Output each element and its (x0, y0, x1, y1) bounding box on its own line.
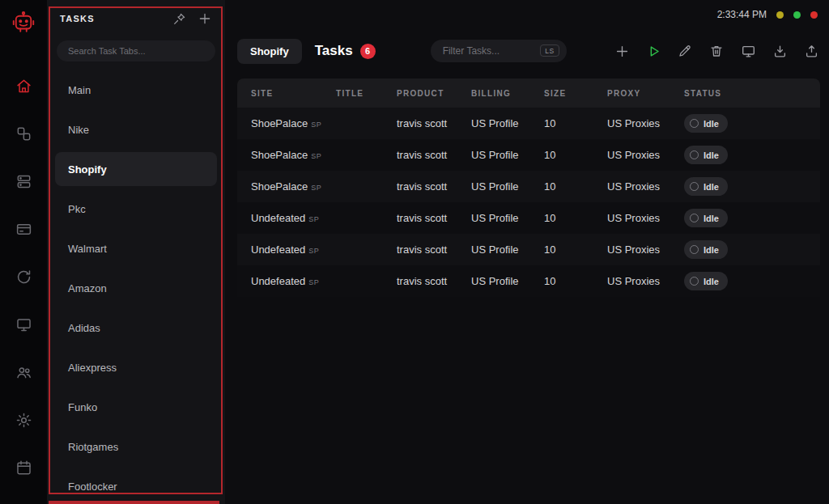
table-row[interactable]: UndefeatedSP travis scott US Profile 10 … (237, 265, 820, 297)
col-product: PRODUCT (397, 89, 471, 98)
green-dot-icon (793, 11, 801, 19)
cell-product: travis scott (397, 275, 471, 287)
task-tabs-sidebar: TASKS Main Nike Shopify Pkc Walmart Amaz… (47, 0, 225, 504)
sidebar-header: TASKS (47, 0, 225, 37)
sidebar-item-riotgames[interactable]: Riotgames (55, 430, 217, 464)
start-all-icon[interactable] (645, 43, 661, 59)
add-tab-icon[interactable] (198, 11, 212, 26)
status-badge[interactable]: Idle (684, 146, 728, 164)
sidebar-item-label: Shopify (68, 163, 107, 176)
accounts-icon[interactable] (15, 363, 32, 381)
sidebar-item-aliexpress[interactable]: Aliexpress (55, 350, 217, 384)
import-icon[interactable] (772, 43, 788, 59)
sidebar-item-label: Riotgames (68, 441, 118, 453)
filter-wrap: LS (431, 40, 567, 62)
cell-status: Idle (684, 272, 806, 290)
idle-circle-icon (690, 182, 699, 191)
task-tab-list: Main Nike Shopify Pkc Walmart Amazon Adi… (47, 73, 225, 503)
red-dot-icon (810, 11, 818, 19)
cell-billing: US Profile (471, 117, 544, 129)
sidebar-item-label: Pkc (68, 203, 86, 215)
cell-site: ShoePalaceSP (251, 180, 336, 193)
export-icon[interactable] (803, 43, 819, 59)
sidebar-item-shopify[interactable]: Shopify (55, 152, 217, 186)
sidebar-item-amazon[interactable]: Amazon (55, 271, 217, 305)
sidebar-item-pkc[interactable]: Pkc (55, 192, 217, 226)
site-tag: SP (311, 121, 321, 129)
tasks-table: SITE TITLE PRODUCT BILLING SIZE PROXY ST… (237, 78, 820, 297)
cell-proxy: US Proxies (607, 244, 684, 256)
sidebar-item-label: Footlocker (68, 481, 117, 493)
sidebar-item-adidas[interactable]: Adidas (55, 311, 217, 345)
cell-billing: US Profile (471, 244, 544, 256)
cell-size: 10 (544, 212, 607, 224)
billing-icon[interactable] (15, 220, 32, 238)
proxies-icon[interactable] (15, 172, 32, 190)
cell-product: travis scott (397, 212, 471, 224)
sidebar-item-label: Funko (68, 401, 97, 413)
schedule-icon[interactable] (15, 459, 32, 476)
status-badge[interactable]: Idle (684, 177, 728, 196)
add-task-icon[interactable] (614, 43, 630, 59)
sidebar-item-label: Aliexpress (68, 362, 117, 374)
cell-billing: US Profile (471, 212, 544, 224)
monitors-icon[interactable] (15, 316, 32, 333)
status-badge[interactable]: Idle (684, 209, 728, 227)
sidebar-item-nike[interactable]: Nike (55, 112, 217, 146)
sidebar-item-label: Amazon (68, 282, 107, 294)
cell-proxy: US Proxies (607, 180, 684, 193)
sidebar-item-walmart[interactable]: Walmart (55, 231, 217, 265)
task-count-badge: 6 (360, 44, 376, 59)
tasks-header: Shopify Tasks 6 LS (237, 37, 819, 65)
harvesters-icon[interactable] (15, 268, 32, 286)
table-row[interactable]: UndefeatedSP travis scott US Profile 10 … (237, 234, 820, 265)
table-row[interactable]: UndefeatedSP travis scott US Profile 10 … (237, 202, 820, 234)
table-row[interactable]: ShoePalaceSP travis scott US Profile 10 … (237, 108, 820, 139)
table-row[interactable]: ShoePalaceSP travis scott US Profile 10 … (237, 171, 820, 202)
col-size: SIZE (544, 89, 607, 98)
sidebar-item-funko[interactable]: Funko (55, 390, 217, 424)
settings-icon[interactable] (15, 411, 32, 429)
edit-icon[interactable] (677, 43, 693, 59)
page-title: Tasks (315, 43, 353, 59)
cell-size: 10 (544, 149, 607, 161)
monitor-icon[interactable] (740, 43, 756, 59)
pin-icon[interactable] (172, 11, 186, 26)
idle-circle-icon (690, 245, 699, 254)
app-window: TASKS Main Nike Shopify Pkc Walmart Amaz… (0, 0, 829, 504)
sidebar-item-label: Walmart (68, 243, 107, 255)
filter-shortcut-key: LS (540, 44, 559, 57)
cell-site: UndefeatedSP (251, 244, 336, 256)
home-icon[interactable] (15, 77, 32, 95)
status-badge[interactable]: Idle (684, 272, 728, 290)
main-panel: 2:33:44 PM Shopify Tasks 6 LS (225, 0, 829, 504)
sidebar-item-footlocker[interactable]: Footlocker (55, 469, 217, 503)
cell-size: 10 (544, 180, 607, 193)
sidebar-item-label: Main (68, 84, 91, 96)
cell-status: Idle (684, 114, 806, 133)
clock: 2:33:44 PM (717, 9, 767, 20)
site-tag: SP (311, 152, 321, 160)
site-tag: SP (308, 278, 319, 286)
profiles-icon[interactable] (15, 125, 32, 142)
sidebar-item-main[interactable]: Main (55, 73, 217, 107)
idle-circle-icon (690, 277, 699, 286)
cell-proxy: US Proxies (607, 117, 684, 129)
icon-rail (0, 0, 47, 504)
cell-site: UndefeatedSP (251, 275, 336, 287)
table-row[interactable]: ShoePalaceSP travis scott US Profile 10 … (237, 139, 820, 171)
cell-status: Idle (684, 177, 806, 196)
site-tag: SP (311, 184, 321, 192)
cell-product: travis scott (397, 149, 471, 161)
cell-billing: US Profile (471, 149, 544, 161)
group-chip-shopify[interactable]: Shopify (237, 39, 302, 64)
status-bar: 2:33:44 PM (717, 9, 818, 20)
cell-size: 10 (544, 275, 607, 287)
status-badge[interactable]: Idle (684, 240, 728, 259)
search-task-tabs-input[interactable] (57, 40, 215, 61)
delete-icon[interactable] (708, 43, 725, 59)
cell-proxy: US Proxies (607, 149, 684, 161)
cell-product: travis scott (397, 117, 471, 129)
status-badge[interactable]: Idle (684, 114, 728, 133)
sidebar-item-label: Nike (68, 124, 89, 136)
